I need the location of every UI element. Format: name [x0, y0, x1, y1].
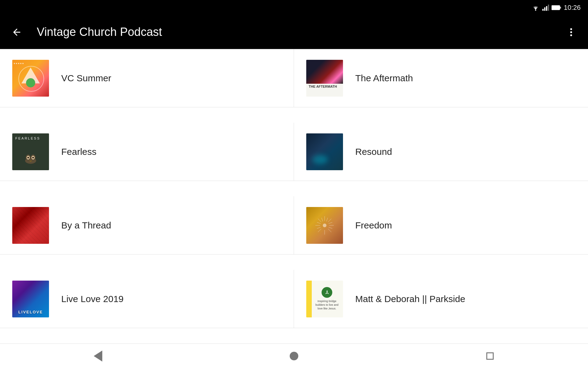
podcast-title: Fearless [61, 147, 96, 157]
svg-line-24 [318, 229, 321, 232]
recents-nav-icon [486, 352, 494, 360]
back-button[interactable] [9, 25, 24, 40]
podcast-title: The Aftermath [355, 73, 413, 83]
podcast-thumbnail-by-thread [12, 207, 49, 244]
svg-rect-4 [548, 5, 549, 11]
svg-rect-2 [544, 7, 545, 11]
podcast-title: Freedom [355, 220, 392, 231]
battery-icon [552, 5, 561, 10]
svg-rect-6 [560, 7, 561, 9]
podcast-title: Live Love 2019 [61, 294, 124, 304]
podcast-thumbnail-parkside: Inspiring bridge builders to live and lo… [306, 281, 343, 317]
svg-point-9 [570, 34, 572, 36]
list-item[interactable]: VC Summer [0, 49, 294, 107]
svg-point-31 [323, 224, 326, 227]
svg-point-15 [27, 157, 29, 159]
svg-line-30 [329, 227, 332, 228]
podcast-title: VC Summer [61, 73, 111, 83]
list-item[interactable]: Inspiring bridge builders to live and lo… [294, 270, 588, 328]
status-icons: 10:26 [531, 4, 581, 12]
svg-rect-5 [552, 6, 560, 10]
list-item[interactable]: THE AFTERMATH The Aftermath [294, 49, 588, 107]
nav-home-button[interactable] [282, 347, 306, 365]
list-item[interactable]: Resound [294, 123, 588, 181]
podcast-thumbnail-fearless: FEARLESS [12, 133, 49, 170]
list-item[interactable]: Freedom [294, 196, 588, 255]
podcast-title: Resound [355, 147, 392, 157]
podcast-grid: VC Summer THE AFTERMATH The Aftermath FE… [0, 49, 588, 343]
home-nav-icon [290, 352, 298, 360]
app-bar: Vintage Church Podcast [0, 15, 588, 49]
svg-line-23 [328, 219, 331, 222]
svg-line-25 [322, 218, 323, 221]
podcast-title: By a Thread [61, 220, 111, 231]
svg-point-16 [32, 157, 34, 159]
svg-line-21 [318, 219, 321, 222]
nav-back-button[interactable] [86, 347, 110, 365]
nav-recents-button[interactable] [478, 347, 502, 365]
svg-point-7 [570, 28, 572, 30]
nav-bar [0, 343, 588, 368]
podcast-title: Matt & Deborah || Parkside [355, 294, 465, 304]
svg-point-8 [570, 31, 572, 33]
list-item[interactable]: FEARLESS Fearless [0, 123, 294, 181]
svg-rect-1 [542, 9, 544, 11]
svg-line-26 [326, 218, 328, 221]
signal-icon [542, 5, 549, 11]
svg-rect-3 [546, 6, 547, 11]
svg-point-0 [535, 10, 536, 11]
svg-line-28 [317, 227, 321, 228]
svg-line-22 [328, 229, 331, 232]
podcast-thumbnail-freedom [306, 207, 343, 244]
svg-line-27 [317, 222, 321, 224]
back-nav-icon [94, 351, 102, 362]
podcast-thumbnail-aftermath: THE AFTERMATH [306, 60, 343, 97]
podcast-thumbnail-vc-summer [12, 60, 49, 97]
status-time: 10:26 [564, 4, 581, 12]
more-options-button[interactable] [564, 25, 579, 40]
svg-line-29 [329, 222, 332, 224]
list-item[interactable]: By a Thread [0, 196, 294, 255]
status-bar: 10:26 [0, 0, 588, 15]
wifi-icon [531, 5, 540, 11]
page-title: Vintage Church Podcast [37, 25, 551, 39]
podcast-thumbnail-livelove: LIVELOVE [12, 281, 49, 317]
list-item[interactable]: LIVELOVE Live Love 2019 [0, 270, 294, 328]
podcast-thumbnail-resound [306, 133, 343, 170]
